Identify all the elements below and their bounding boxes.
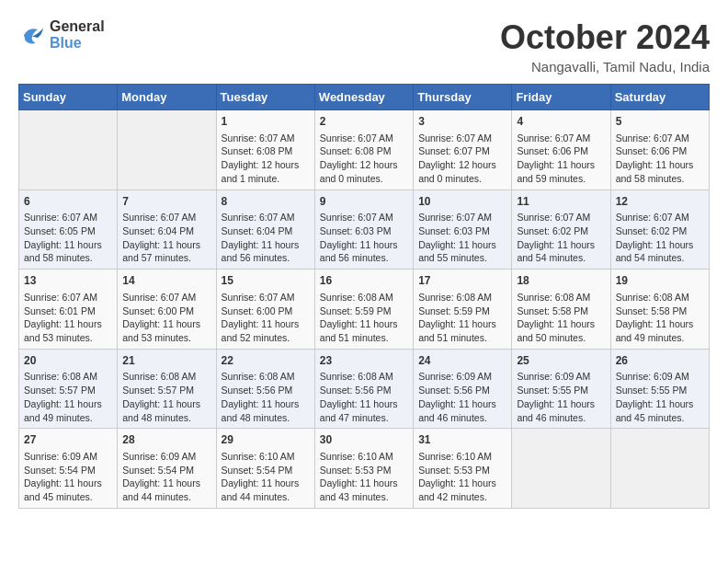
cell-content: Sunrise: 6:07 AM Sunset: 6:02 PM Dayligh… <box>616 211 704 265</box>
calendar-header-row: SundayMondayTuesdayWednesdayThursdayFrid… <box>19 85 710 110</box>
day-number: 25 <box>517 353 605 369</box>
calendar-week-row: 20Sunrise: 6:08 AM Sunset: 5:57 PM Dayli… <box>19 349 710 429</box>
day-number: 28 <box>122 432 210 448</box>
day-number: 19 <box>616 273 704 289</box>
cell-content: Sunrise: 6:07 AM Sunset: 6:00 PM Dayligh… <box>222 291 310 345</box>
day-number: 11 <box>517 194 605 210</box>
cell-content: Sunrise: 6:09 AM Sunset: 5:55 PM Dayligh… <box>616 370 704 424</box>
calendar-cell: 24Sunrise: 6:09 AM Sunset: 5:56 PM Dayli… <box>414 349 512 429</box>
calendar-cell: 11Sunrise: 6:07 AM Sunset: 6:02 PM Dayli… <box>512 190 610 270</box>
calendar-cell: 14Sunrise: 6:07 AM Sunset: 6:00 PM Dayli… <box>118 270 216 350</box>
calendar-cell: 6Sunrise: 6:07 AM Sunset: 6:05 PM Daylig… <box>19 190 118 270</box>
day-number: 6 <box>24 194 112 210</box>
cell-content: Sunrise: 6:07 AM Sunset: 6:01 PM Dayligh… <box>24 291 112 345</box>
location: Nangavalli, Tamil Nadu, India <box>500 59 710 75</box>
cell-content: Sunrise: 6:07 AM Sunset: 6:08 PM Dayligh… <box>222 132 310 186</box>
day-number: 4 <box>517 114 605 130</box>
calendar-week-row: 6Sunrise: 6:07 AM Sunset: 6:05 PM Daylig… <box>19 190 710 270</box>
calendar-cell: 19Sunrise: 6:08 AM Sunset: 5:58 PM Dayli… <box>610 270 709 350</box>
cell-content: Sunrise: 6:09 AM Sunset: 5:55 PM Dayligh… <box>517 370 605 424</box>
calendar-week-row: 1Sunrise: 6:07 AM Sunset: 6:08 PM Daylig… <box>19 110 710 190</box>
calendar-cell: 23Sunrise: 6:08 AM Sunset: 5:56 PM Dayli… <box>314 349 413 429</box>
page-header: General Blue October 2024 Nangavalli, Ta… <box>18 18 710 75</box>
day-number: 21 <box>122 353 210 369</box>
calendar-cell: 27Sunrise: 6:09 AM Sunset: 5:54 PM Dayli… <box>19 429 118 509</box>
day-number: 23 <box>320 353 408 369</box>
cell-content: Sunrise: 6:09 AM Sunset: 5:56 PM Dayligh… <box>418 370 506 424</box>
month-title: October 2024 <box>500 18 710 57</box>
cell-content: Sunrise: 6:10 AM Sunset: 5:53 PM Dayligh… <box>418 450 506 504</box>
day-number: 13 <box>24 273 112 289</box>
cell-content: Sunrise: 6:08 AM Sunset: 5:59 PM Dayligh… <box>320 291 408 345</box>
calendar-cell <box>19 110 118 190</box>
day-number: 7 <box>122 194 210 210</box>
calendar-cell: 2Sunrise: 6:07 AM Sunset: 6:08 PM Daylig… <box>314 110 413 190</box>
day-number: 8 <box>222 194 310 210</box>
cell-content: Sunrise: 6:08 AM Sunset: 5:59 PM Dayligh… <box>418 291 506 345</box>
day-number: 20 <box>24 353 112 369</box>
calendar-cell: 21Sunrise: 6:08 AM Sunset: 5:57 PM Dayli… <box>118 349 216 429</box>
cell-content: Sunrise: 6:07 AM Sunset: 6:02 PM Dayligh… <box>517 211 605 265</box>
logo-text: General Blue <box>50 18 105 52</box>
calendar-week-row: 13Sunrise: 6:07 AM Sunset: 6:01 PM Dayli… <box>19 270 710 350</box>
day-number: 9 <box>320 194 408 210</box>
calendar-cell: 16Sunrise: 6:08 AM Sunset: 5:59 PM Dayli… <box>314 270 413 350</box>
calendar-cell: 1Sunrise: 6:07 AM Sunset: 6:08 PM Daylig… <box>216 110 314 190</box>
calendar-cell: 7Sunrise: 6:07 AM Sunset: 6:04 PM Daylig… <box>118 190 216 270</box>
day-number: 15 <box>222 273 310 289</box>
cell-content: Sunrise: 6:07 AM Sunset: 6:04 PM Dayligh… <box>222 211 310 265</box>
calendar-cell: 30Sunrise: 6:10 AM Sunset: 5:53 PM Dayli… <box>314 429 413 509</box>
cell-content: Sunrise: 6:07 AM Sunset: 6:03 PM Dayligh… <box>320 211 408 265</box>
cell-content: Sunrise: 6:08 AM Sunset: 5:58 PM Dayligh… <box>517 291 605 345</box>
day-number: 31 <box>418 432 506 448</box>
cell-content: Sunrise: 6:07 AM Sunset: 6:05 PM Dayligh… <box>24 211 112 265</box>
cell-content: Sunrise: 6:10 AM Sunset: 5:54 PM Dayligh… <box>222 450 310 504</box>
calendar-cell: 15Sunrise: 6:07 AM Sunset: 6:00 PM Dayli… <box>216 270 314 350</box>
calendar-cell: 17Sunrise: 6:08 AM Sunset: 5:59 PM Dayli… <box>414 270 512 350</box>
column-header-tuesday: Tuesday <box>216 85 314 110</box>
day-number: 1 <box>222 114 310 130</box>
logo: General Blue <box>18 18 105 52</box>
cell-content: Sunrise: 6:07 AM Sunset: 6:08 PM Dayligh… <box>320 132 408 186</box>
cell-content: Sunrise: 6:08 AM Sunset: 5:56 PM Dayligh… <box>320 370 408 424</box>
calendar-cell: 3Sunrise: 6:07 AM Sunset: 6:07 PM Daylig… <box>414 110 512 190</box>
column-header-monday: Monday <box>118 85 216 110</box>
column-header-thursday: Thursday <box>414 85 512 110</box>
calendar-cell: 8Sunrise: 6:07 AM Sunset: 6:04 PM Daylig… <box>216 190 314 270</box>
day-number: 2 <box>320 114 408 130</box>
day-number: 16 <box>320 273 408 289</box>
cell-content: Sunrise: 6:09 AM Sunset: 5:54 PM Dayligh… <box>24 450 112 504</box>
cell-content: Sunrise: 6:07 AM Sunset: 6:07 PM Dayligh… <box>418 132 506 186</box>
day-number: 29 <box>222 432 310 448</box>
day-number: 12 <box>616 194 704 210</box>
column-header-wednesday: Wednesday <box>314 85 413 110</box>
calendar-cell <box>118 110 216 190</box>
calendar-cell <box>512 429 610 509</box>
day-number: 26 <box>616 353 704 369</box>
calendar-cell: 29Sunrise: 6:10 AM Sunset: 5:54 PM Dayli… <box>216 429 314 509</box>
cell-content: Sunrise: 6:08 AM Sunset: 5:57 PM Dayligh… <box>122 370 210 424</box>
calendar-cell: 26Sunrise: 6:09 AM Sunset: 5:55 PM Dayli… <box>610 349 709 429</box>
day-number: 3 <box>418 114 506 130</box>
calendar-cell: 28Sunrise: 6:09 AM Sunset: 5:54 PM Dayli… <box>118 429 216 509</box>
cell-content: Sunrise: 6:08 AM Sunset: 5:56 PM Dayligh… <box>222 370 310 424</box>
calendar-cell: 25Sunrise: 6:09 AM Sunset: 5:55 PM Dayli… <box>512 349 610 429</box>
calendar-cell: 22Sunrise: 6:08 AM Sunset: 5:56 PM Dayli… <box>216 349 314 429</box>
day-number: 17 <box>418 273 506 289</box>
calendar-cell: 18Sunrise: 6:08 AM Sunset: 5:58 PM Dayli… <box>512 270 610 350</box>
calendar-cell: 12Sunrise: 6:07 AM Sunset: 6:02 PM Dayli… <box>610 190 709 270</box>
calendar-table: SundayMondayTuesdayWednesdayThursdayFrid… <box>18 84 710 509</box>
calendar-cell: 9Sunrise: 6:07 AM Sunset: 6:03 PM Daylig… <box>314 190 413 270</box>
cell-content: Sunrise: 6:08 AM Sunset: 5:57 PM Dayligh… <box>24 370 112 424</box>
calendar-cell: 13Sunrise: 6:07 AM Sunset: 6:01 PM Dayli… <box>19 270 118 350</box>
logo-icon <box>18 21 46 49</box>
column-header-friday: Friday <box>512 85 610 110</box>
day-number: 18 <box>517 273 605 289</box>
calendar-cell: 31Sunrise: 6:10 AM Sunset: 5:53 PM Dayli… <box>414 429 512 509</box>
cell-content: Sunrise: 6:07 AM Sunset: 6:04 PM Dayligh… <box>122 211 210 265</box>
title-area: October 2024 Nangavalli, Tamil Nadu, Ind… <box>500 18 710 75</box>
day-number: 30 <box>320 432 408 448</box>
day-number: 14 <box>122 273 210 289</box>
day-number: 10 <box>418 194 506 210</box>
day-number: 22 <box>222 353 310 369</box>
